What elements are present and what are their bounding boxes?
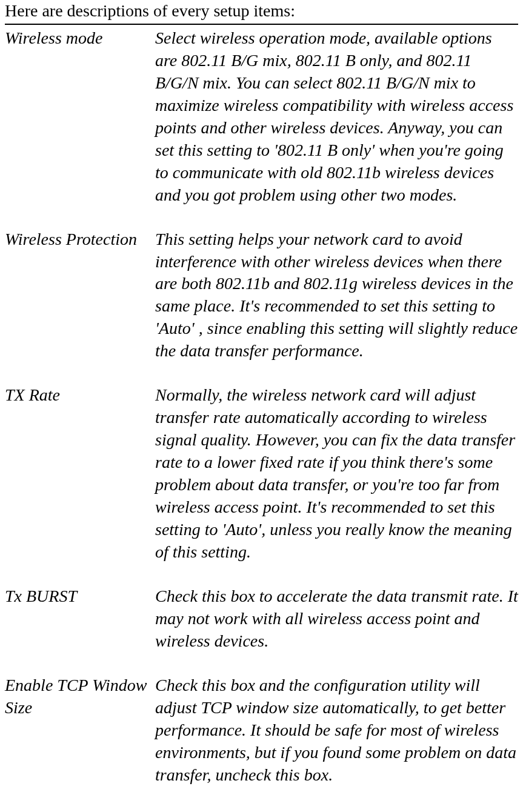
setup-item-row: Tx BURST Check this box to accelerate th… [5,585,518,653]
setup-item-term: Enable TCP Window Size [5,674,155,719]
setup-item-term: TX Rate [5,384,155,407]
setup-item-term: Tx BURST [5,585,155,608]
setup-item-row: Enable TCP Window Size Check this box an… [5,674,518,787]
setup-item-desc: Normally, the wireless network card will… [155,384,518,564]
setup-item-desc: Check this box and the configuration uti… [155,674,518,787]
setup-items-list: Wireless mode Select wireless operation … [5,27,518,787]
setup-item-desc: This setting helps your network card to … [155,228,518,363]
setup-item-desc: Check this box to accelerate the data tr… [155,585,518,653]
setup-item-row: Wireless Protection This setting helps y… [5,228,518,363]
intro-text: Here are descriptions of every setup ite… [5,0,518,25]
setup-item-row: Wireless mode Select wireless operation … [5,27,518,207]
setup-item-row: TX Rate Normally, the wireless network c… [5,384,518,564]
setup-item-term: Wireless Protection [5,228,155,251]
setup-item-desc: Select wireless operation mode, availabl… [155,27,518,207]
setup-item-term: Wireless mode [5,27,155,50]
